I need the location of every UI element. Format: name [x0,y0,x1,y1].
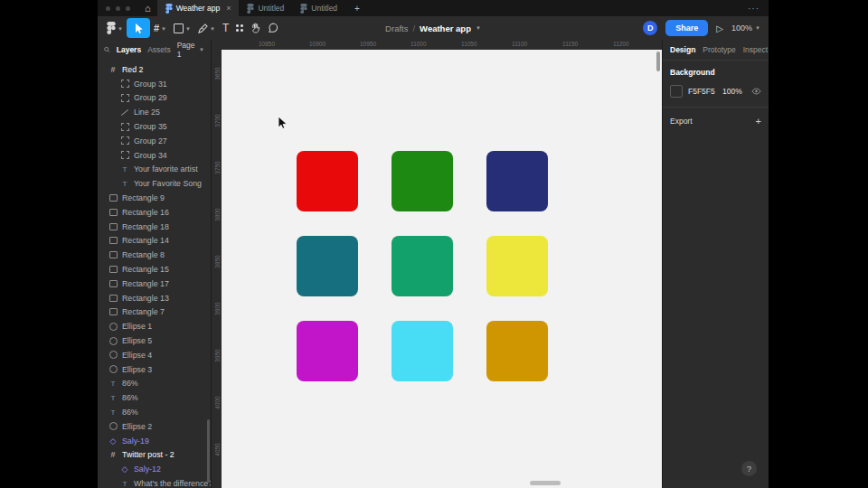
help-button[interactable]: ? [741,461,757,476]
visibility-toggle[interactable] [751,88,761,95]
layer-row[interactable]: ◇Saly-19 [98,434,211,448]
tab-layers[interactable]: Layers [117,45,141,54]
share-button[interactable]: Share [665,20,708,36]
ruler-tick-label: 3800 [214,204,221,226]
color-swatch[interactable] [670,85,683,98]
export-section[interactable]: Export + [663,108,769,135]
present-button[interactable]: ▷ [716,23,723,33]
ruler-vertical: 365037003750380038503900395040004050 [212,40,222,488]
chevron-down-icon[interactable]: ▼ [476,25,481,31]
layer-row[interactable]: Ellipse 3 [98,362,211,377]
file-tab[interactable]: Untitled [292,0,345,16]
layer-row[interactable]: Rectangle 7 [98,305,211,320]
main-area: Layers Assets Page 1 ▼ #Red 2Group 31Gro… [98,40,769,488]
canvas-square-red[interactable] [297,151,358,211]
zoom-menu[interactable]: 100% ▼ [731,23,760,33]
canvas-square-navy[interactable] [486,151,548,211]
layer-label: Rectangle 7 [122,307,165,316]
new-tab-button[interactable]: + [345,0,369,16]
layer-row[interactable]: Rectangle 13 [98,291,211,305]
figma-logo-icon [300,4,307,14]
inspector-panel: DesignPrototypeInspect Background F5F5F5… [662,40,769,488]
layer-row[interactable]: Ellipse 5 [98,333,211,348]
window-controls[interactable] [98,0,138,16]
file-title[interactable]: Weather app [420,23,471,33]
ruler-tick-label: 4050 [214,439,221,461]
layer-row[interactable]: TYour Favorite Song [98,176,211,191]
canvas-square-magenta[interactable] [297,321,358,381]
tab-assets[interactable]: Assets [147,45,171,54]
group-icon [120,80,129,89]
layer-row[interactable]: Group 35 [98,119,211,134]
layer-label: Your favorite artist [134,164,198,174]
canvas[interactable]: 1085010900109501100011050111001115011200… [212,40,662,488]
layer-row[interactable]: Ellipse 2 [98,419,211,434]
layer-row[interactable]: Rectangle 17 [98,277,211,291]
layer-row[interactable]: Rectangle 8 [98,248,211,262]
layer-label: Rectangle 18 [122,222,169,231]
layer-row[interactable]: T86% [98,405,211,419]
layer-row[interactable]: Rectangle 18 [98,220,211,234]
canvas-square-teal[interactable] [297,236,358,296]
breadcrumb[interactable]: Drafts / Weather app ▼ [385,16,481,40]
inspector-tab-design[interactable]: Design [670,45,695,54]
canvas-square-green[interactable] [392,151,453,211]
search-icon[interactable] [104,46,110,53]
layer-row[interactable]: Line 25 [98,105,211,119]
ruler-tick-label: 3650 [214,63,221,85]
inspector-tab-inspect[interactable]: Inspect [743,45,768,54]
move-tool-button[interactable] [127,18,150,38]
background-opacity-value[interactable]: 100% [722,87,750,96]
resources-button[interactable] [232,18,247,38]
canvas-square-gold[interactable] [486,321,548,381]
layer-row[interactable]: TWhat's the difference? [98,476,211,488]
layer-row[interactable]: Group 31 [98,77,211,91]
canvas-scrollbar[interactable] [656,52,660,71]
layer-row[interactable]: #Red 2 [98,62,211,77]
layer-row[interactable]: Rectangle 9 [98,191,211,205]
comment-tool-button[interactable] [264,18,282,38]
text-tool-button[interactable]: T [219,18,232,38]
layer-row[interactable]: TYour favorite artist [98,163,211,177]
layer-row[interactable]: ◇Saly-12 [98,462,211,476]
background-hex-value[interactable]: F5F5F5 [688,87,722,96]
layer-row[interactable]: #Twitter post - 2 [98,448,211,463]
avatar[interactable]: D [643,21,657,35]
tab-overflow-menu[interactable]: ··· [739,0,769,16]
text-icon: T [108,379,118,388]
layer-row[interactable]: Rectangle 15 [98,262,211,277]
frame-tool-button[interactable]: # ▼ [150,18,170,38]
pen-tool-button[interactable]: ▼ [194,18,219,38]
frame-label-badge [530,481,561,485]
layers-scrollbar[interactable] [207,419,210,483]
page-selector[interactable]: Page 1 ▼ [177,41,204,59]
frame-icon: # [108,65,118,74]
layer-label: 86% [122,379,138,388]
layer-row[interactable]: Ellipse 4 [98,348,211,362]
canvas-square-emerald[interactable] [392,236,453,296]
layer-row[interactable]: Group 27 [98,134,211,148]
text-icon: T [120,479,129,488]
layer-row[interactable]: Rectangle 16 [98,205,211,220]
home-icon[interactable]: ⌂ [138,0,157,16]
layer-row[interactable]: T86% [98,377,211,391]
close-icon[interactable]: × [226,4,231,13]
layer-row[interactable]: T86% [98,390,211,405]
breadcrumb-location[interactable]: Drafts [385,23,408,33]
layer-row[interactable]: Group 34 [98,148,211,163]
chevron-down-icon: ▼ [185,26,191,32]
line-icon [120,108,129,117]
layer-row[interactable]: Rectangle 14 [98,234,211,249]
canvas-square-yellow[interactable] [486,236,548,296]
file-tab[interactable]: Untitled [239,0,292,16]
layer-row[interactable]: Group 29 [98,91,211,106]
hand-tool-button[interactable] [247,18,264,38]
inspector-tab-prototype[interactable]: Prototype [703,45,735,54]
layer-label: Rectangle 13 [122,294,169,303]
main-menu-button[interactable]: ▼ [103,18,127,38]
plus-icon[interactable]: + [756,116,761,127]
canvas-square-cyan[interactable] [392,321,453,381]
shape-tool-button[interactable]: ▼ [170,18,194,38]
file-tab[interactable]: Weather app× [157,0,240,16]
layer-row[interactable]: Ellipse 1 [98,319,211,333]
